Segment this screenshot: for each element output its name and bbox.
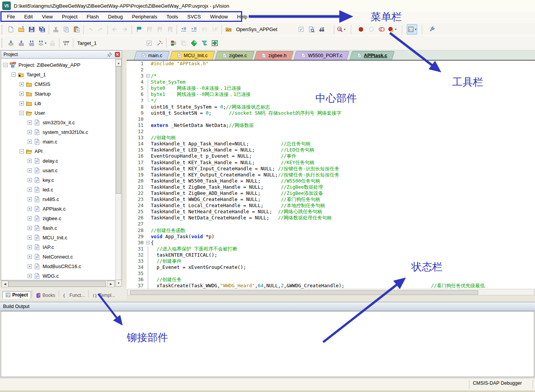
bookmark-next-button[interactable] xyxy=(154,24,165,35)
editor-tab-zigbee-h[interactable]: zigbee.h xyxy=(255,51,292,60)
bookmark-clear-button[interactable] xyxy=(165,24,175,35)
editor-tab-main-c[interactable]: main.c xyxy=(135,51,168,60)
select-packs-button[interactable] xyxy=(199,38,210,48)
code-line-13[interactable]: 13//创建句柄 xyxy=(127,135,535,141)
code-line-34[interactable]: 34 p_Evenet = xEventGroupCreate(); xyxy=(127,264,535,270)
tree-item-system-stm32f10x-c[interactable]: +system_stm32f10x.c xyxy=(1,127,122,137)
stop-build-button[interactable] xyxy=(47,38,58,48)
editor-hscrollbar[interactable] xyxy=(127,289,534,295)
new-file-button[interactable] xyxy=(6,24,16,35)
menu-file[interactable]: File xyxy=(2,12,20,22)
menu-debug[interactable]: Debug xyxy=(104,12,127,22)
copy-button[interactable] xyxy=(61,24,71,35)
component-button[interactable] xyxy=(168,38,178,48)
expander-plus-icon[interactable]: + xyxy=(28,197,32,201)
tree-item-netconnect-c[interactable]: +NetConnect.c xyxy=(1,252,122,262)
code-line-21[interactable]: 21TaskHandle_t ZigBee_Task_Handle = NULL… xyxy=(127,184,535,190)
code-line-31[interactable]: 31 //进入临界保护 下面程序不会被打断 xyxy=(127,246,535,252)
menu-edit[interactable]: Edit xyxy=(20,12,37,22)
expander-plus-icon[interactable]: + xyxy=(20,101,24,105)
expander-plus-icon[interactable]: + xyxy=(20,82,24,86)
editor-tab-w5500-port-c[interactable]: W5500_PORT.c xyxy=(295,51,348,60)
tree-item-flash-c[interactable]: +flash.c xyxy=(1,223,122,233)
code-line-23[interactable]: 23TaskHandle_t WWDG_CreateHandle = NULL;… xyxy=(127,196,535,203)
project-tree[interactable]: −Project: ZiBeeGetWay_APP−Target_1+CMSIS… xyxy=(1,59,122,280)
editor-tab-apptask-c[interactable]: APPtask.c xyxy=(351,51,393,60)
code-line-4[interactable]: 4State_SysTem xyxy=(127,79,535,85)
breakpoint-kill-all-caret-icon[interactable]: ▾ xyxy=(395,28,396,31)
tree-item-stm32f10x-it-c[interactable]: +stm32f10x_it.c xyxy=(1,118,122,127)
breakpoint-on-button[interactable] xyxy=(356,24,366,35)
code-line-17[interactable]: 17TaskHandle_t KEY_Task_Handle = NULL; /… xyxy=(127,160,535,166)
expander-plus-icon[interactable]: + xyxy=(28,130,32,134)
vscroll-thumb[interactable] xyxy=(116,66,121,194)
editor-hscroll-thumb[interactable] xyxy=(130,290,478,295)
code-line-5[interactable]: 5byte0 网络连接--0未连接，1已连接 xyxy=(127,85,535,91)
tree-item-lib[interactable]: +Lib xyxy=(1,99,122,108)
fold-collapse-icon[interactable]: − xyxy=(146,241,150,244)
expander-plus-icon[interactable]: + xyxy=(28,207,32,211)
batch-build-caret-icon[interactable]: ▾ xyxy=(45,41,46,45)
code-line-10[interactable]: 10 xyxy=(127,116,535,122)
toolbar-grip[interactable] xyxy=(2,25,4,34)
expander-plus-icon[interactable]: + xyxy=(28,226,32,230)
code-line-30[interactable]: 30−{ xyxy=(127,240,535,246)
tree-item-modbuscrc16-c[interactable]: +ModBusCRC16.c xyxy=(1,262,122,271)
find-in-files-button[interactable]: @▾ xyxy=(336,24,346,35)
expander-plus-icon[interactable]: + xyxy=(20,92,24,96)
tree-item-zigbee-c[interactable]: +zigbee.c xyxy=(1,214,122,223)
code-line-20[interactable]: 20TaskHandle_t W5500_Task_Handle = NULL;… xyxy=(127,178,535,184)
tree-item-user[interactable]: −User xyxy=(1,108,122,118)
search-combo[interactable]: OpenSys_APPGet xyxy=(234,26,296,32)
code-line-18[interactable]: 18TaskHandle_t KEY_Input_CreateHandle = … xyxy=(127,166,535,172)
build-output-content[interactable] xyxy=(1,311,534,377)
menu-project[interactable]: Project xyxy=(57,12,82,22)
breakpoint-off-button[interactable] xyxy=(366,24,376,35)
code-line-27[interactable]: 27 xyxy=(127,221,535,227)
scroll-left-icon[interactable]: ◀ xyxy=(2,281,8,287)
window-layout-button[interactable]: ▾ xyxy=(407,24,417,35)
expander-plus-icon[interactable]: + xyxy=(28,140,32,144)
pack-installer-button[interactable] xyxy=(210,38,220,48)
opensys-folder-button[interactable] xyxy=(223,24,234,35)
build-output-header[interactable]: Build Output xyxy=(0,302,535,311)
code-line-19[interactable]: 19TaskHandle_t KEY_Output_CreateHandle =… xyxy=(127,172,535,178)
code-line-35[interactable]: 35 xyxy=(127,270,535,277)
copy-group-button[interactable] xyxy=(178,38,189,48)
undo-button[interactable] xyxy=(85,24,96,35)
indent-more-button[interactable] xyxy=(189,24,199,35)
expander-plus-icon[interactable]: + xyxy=(28,178,32,182)
expander-plus-icon[interactable]: + xyxy=(28,159,32,163)
cut-button[interactable] xyxy=(51,24,61,35)
panel-tab-templ[interactable]: ()Templ... xyxy=(89,292,118,299)
expander-plus-icon[interactable]: + xyxy=(28,120,32,125)
tree-item-wdg-c[interactable]: +WDG.c xyxy=(1,271,122,280)
tree-item-apptask-c[interactable]: +APPtask.c xyxy=(1,204,122,214)
code-line-24[interactable]: 24TaskHandle_t Local_CreateHandle = NULL… xyxy=(127,203,535,209)
menu-peripherals[interactable]: Peripherals xyxy=(127,12,162,22)
tree-item-project-zibeegetway-app[interactable]: −Project: ZiBeeGetWay_APP xyxy=(1,60,122,70)
wrench-button[interactable] xyxy=(427,24,437,35)
code-line-25[interactable]: 25TaskHandle_t NetHeard_CreateHandle = N… xyxy=(127,209,535,215)
menu-window[interactable]: Window xyxy=(205,12,232,22)
breakpoint-disable-all-button[interactable] xyxy=(376,24,387,35)
options-wand-button[interactable] xyxy=(154,38,165,48)
code-line-28[interactable]: 28//创建任务函数 xyxy=(127,227,535,234)
panel-tab-project[interactable]: Project xyxy=(2,291,31,299)
expander-plus-icon[interactable]: + xyxy=(28,188,32,192)
fold-margin[interactable]: − xyxy=(146,240,151,246)
nav-back-button[interactable] xyxy=(109,24,120,35)
tree-item-delay-c[interactable]: +delay.c xyxy=(1,156,122,166)
comment-button[interactable] xyxy=(199,24,210,35)
code-line-3[interactable]: 3−/* xyxy=(127,73,535,79)
expander-plus-icon[interactable]: + xyxy=(28,168,32,173)
tree-item-iap-c[interactable]: +IAP.c xyxy=(1,242,122,252)
expander-plus-icon[interactable]: + xyxy=(28,245,32,249)
menu-svcs[interactable]: SVCS xyxy=(183,12,205,22)
translate-button[interactable] xyxy=(6,38,16,48)
code-line-6[interactable]: 6byte1 网线连接--0网口未连接，1已连接 xyxy=(127,91,535,97)
code-line-36[interactable]: 36 //创建任务 xyxy=(127,277,535,283)
tree-item-usart-c[interactable]: +usart.c xyxy=(1,166,122,175)
code-line-1[interactable]: 1#include "APPtask.h" xyxy=(127,61,535,67)
tree-item-mcu-init-c[interactable]: +MCU_Init.c xyxy=(1,233,122,242)
